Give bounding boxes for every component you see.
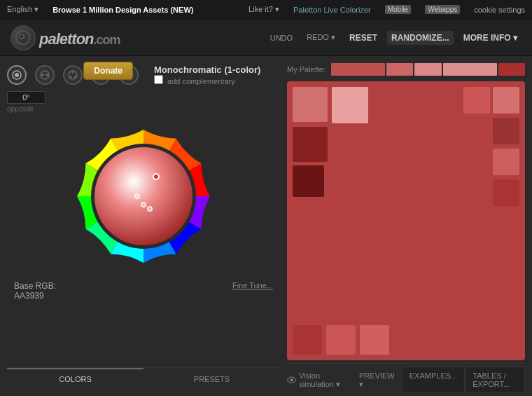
randomize-button[interactable]: RANDOMIZE... [387,31,454,45]
main-content: Donate [0,56,532,396]
palette-bar [331,63,525,76]
mono-type-icon[interactable] [7,65,27,85]
color-wheel-container[interactable] [63,116,224,277]
palette-type-title: Monochromatic (1-color) [154,64,260,75]
donate-button[interactable]: Donate [83,62,133,80]
header-bar: paletton.com UNDO REDO ▾ RESET RANDOMIZE… [0,20,532,56]
palette-type-selector: Monochromatic (1-color) add complementar… [7,64,280,86]
adjacent-type-icon[interactable] [35,65,55,85]
svg-point-7 [46,74,48,76]
bottom-labels: Base RGB: AA3939 Fine Tune... [7,281,280,301]
left-panel: Donate [0,56,287,396]
tab-preview[interactable]: PREVIEW ▾ [352,367,402,393]
color-wheel-main-dot[interactable] [153,173,160,180]
add-complementary-toggle[interactable]: add complementary [154,75,260,86]
grid-swatch-r3[interactable] [493,118,519,144]
moreinfo-button[interactable]: MORE INFO ▾ [459,31,522,45]
mobile-badge: Mobile [385,5,411,14]
hue-display: 0° opposite [7,91,280,113]
color-wheel-dot-1[interactable] [134,193,140,199]
logo-icon [10,25,36,50]
grid-swatch-bot2[interactable] [326,325,356,355]
hue-input[interactable]: 0° [7,91,46,104]
cookie-settings[interactable]: cookie settings [474,6,525,14]
svg-point-23 [290,378,293,381]
right-panel-tabs: PREVIEW ▾ EXAMPLES... TABLES / EXPORT... [352,367,525,393]
likeit-dropdown[interactable]: Like it? ▾ [248,5,279,14]
svg-point-4 [15,73,19,77]
reset-button[interactable]: RESET [345,31,382,45]
palette-type-label: Monochromatic (1-color) add complementar… [154,64,260,86]
eye-icon [287,376,296,384]
palette-swatch-2[interactable] [386,63,413,76]
tab-tables-export[interactable]: TABLES / EXPORT... [465,367,525,393]
language-selector[interactable]: English ▾ [7,5,38,14]
top-navigation: English ▾ Browse 1 Million Design Assets… [0,0,532,20]
svg-point-9 [72,71,74,74]
vision-sim-label: Vision simulation ▾ [299,371,352,389]
grid-swatch-tl2[interactable] [332,87,368,123]
base-rgb-value: AA3939 [14,291,56,301]
color-wheel-dot-3[interactable] [147,206,153,212]
grid-swatch-r5[interactable] [493,179,519,206]
svg-point-10 [70,76,72,78]
grid-swatch-bot1[interactable] [293,325,322,355]
browse-link[interactable]: Browse 1 Million Design Assets (NEW) [52,6,193,14]
svg-point-6 [41,74,44,76]
palette-swatch-1[interactable] [331,63,385,76]
color-wheel-dot-2[interactable] [141,202,146,207]
grid-swatch-bl2[interactable] [293,165,324,197]
palette-swatch-3[interactable] [414,63,441,76]
header-actions: UNDO REDO ▾ RESET RANDOMIZE... MORE INFO… [266,31,522,45]
fine-tune-button[interactable]: Fine Tune... [232,281,273,301]
redo-button[interactable]: REDO ▾ [302,31,340,44]
palette-swatch-5[interactable] [498,63,525,76]
tab-presets[interactable]: PRESETS [144,368,280,389]
grid-swatch-r4[interactable] [493,149,519,175]
svg-point-2 [20,35,23,38]
right-panel: My Palette: [287,56,532,396]
my-palette-row: My Palette: [287,63,525,76]
grid-swatch-tl1[interactable] [293,87,328,122]
tab-examples[interactable]: EXAMPLES... [402,367,465,393]
grid-swatch-r2[interactable] [493,87,519,114]
base-rgb-label: Base RGB: [14,281,56,291]
left-panel-tabs: COLORS PRESETS [7,367,280,389]
grid-swatch-r1[interactable] [463,87,490,114]
grid-swatch-bot3[interactable] [360,325,389,355]
my-palette-label: My Palette: [287,65,326,74]
undo-button[interactable]: UNDO [266,32,297,44]
logo-text: paletton.com [39,27,120,49]
right-bottom-bar: Vision simulation ▾ PREVIEW ▾ EXAMPLES..… [287,363,525,396]
color-preview-grid[interactable] [287,81,525,360]
vision-simulation-toggle[interactable]: Vision simulation ▾ [287,371,352,389]
logo: paletton.com [10,25,120,50]
complementary-checkbox[interactable] [154,75,163,84]
grid-swatch-bl1[interactable] [293,127,328,162]
svg-point-11 [74,76,76,78]
color-wheel-inner [94,147,192,245]
live-colorizer-link[interactable]: Paletton Live Colorizer [293,6,371,14]
base-rgb-display: Base RGB: AA3939 [14,281,56,301]
palette-swatch-4[interactable] [443,63,497,76]
tab-colors[interactable]: COLORS [7,368,144,389]
opposite-label: opposite [7,105,280,113]
triad-type-icon[interactable] [63,65,83,85]
webapps-badge: Webapps [425,5,460,14]
